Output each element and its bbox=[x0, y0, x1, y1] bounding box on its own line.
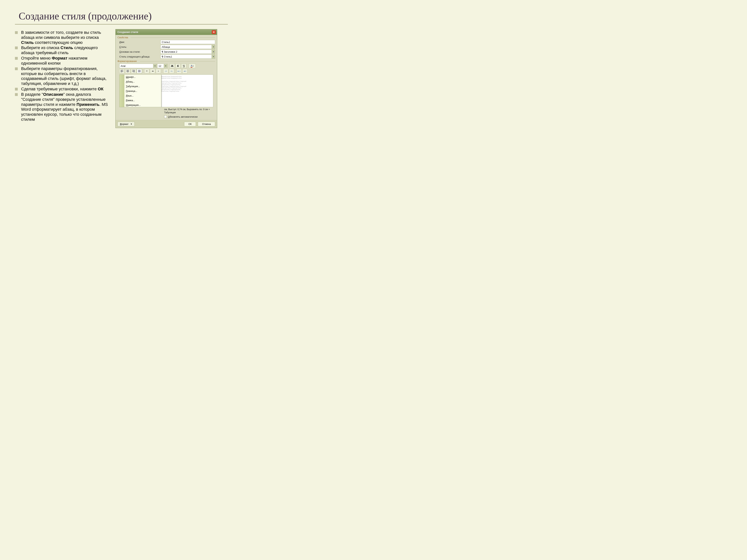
space-after-icon: ≡↕ bbox=[171, 70, 173, 72]
ok-button[interactable]: ОК bbox=[184, 122, 196, 126]
align-right-button[interactable] bbox=[131, 69, 136, 73]
label-name: Имя: bbox=[119, 41, 160, 44]
linespace-2-icon: ≡ bbox=[158, 70, 159, 73]
bullet-list: В зависимости от того, создаете вы стиль… bbox=[15, 30, 112, 122]
combo-size[interactable]: 12 ▾ bbox=[157, 64, 167, 68]
align-justify-icon bbox=[138, 70, 140, 72]
chevron-down-icon: ▾ bbox=[212, 50, 215, 54]
indent-decrease-button[interactable]: ⇤≡ bbox=[177, 69, 182, 73]
value-next: ¶Стиль1 bbox=[162, 55, 172, 58]
indent-increase-icon: ⇥≡ bbox=[183, 70, 186, 73]
font-name: Arial bbox=[121, 64, 126, 68]
format-toolbar-2: = ━ ≡ ↕≡ ≡↕ ⇤≡ ⇥≡ bbox=[119, 69, 215, 73]
label-next: Стиль следующего абзаца: bbox=[119, 55, 160, 58]
format-context-menu: Шрифт... Абзац... Табуляция... Граница..… bbox=[119, 75, 161, 107]
bullet-marker bbox=[15, 31, 18, 34]
slide-title: Создание стиля (продолжение) bbox=[19, 10, 228, 22]
linespace-1-button[interactable]: = bbox=[144, 69, 149, 73]
menu-item-paragraph[interactable]: Абзац... bbox=[120, 79, 161, 84]
bullet-item: Выберите параметры форматирования, котор… bbox=[15, 66, 112, 86]
menu-item-numbering[interactable]: Нумерация... bbox=[120, 103, 161, 107]
indent-decrease-icon: ⇤≡ bbox=[178, 70, 180, 73]
value-style: Абзаца bbox=[162, 46, 170, 48]
checkbox-auto-update[interactable] bbox=[164, 115, 167, 118]
row-style: Стиль: Абзаца ▾ bbox=[119, 45, 215, 49]
bullet-item: В зависимости от того, создаете вы стиль… bbox=[15, 30, 112, 45]
group-label-properties: Свойства bbox=[118, 36, 215, 39]
align-center-button[interactable] bbox=[125, 69, 130, 73]
group-formatting: Форматирование Arial ▾ 12 ▾ Ж К Ч bbox=[118, 60, 215, 118]
space-before-button[interactable]: ↕≡ bbox=[163, 69, 169, 73]
font-color-icon: А bbox=[191, 64, 192, 68]
bullet-item: Откройте меню Формат нажатием одноименно… bbox=[15, 56, 112, 66]
close-button[interactable]: ✕ bbox=[212, 30, 216, 34]
dialog-button-bar: Формат ▼ ОК Отмена bbox=[115, 120, 217, 128]
chevron-down-icon: ▾ bbox=[193, 65, 194, 67]
cancel-button[interactable]: Отмена bbox=[198, 122, 215, 126]
bullet-marker bbox=[15, 88, 18, 90]
close-icon: ✕ bbox=[213, 31, 215, 34]
content-row: В зависимости от того, создаете вы стиль… bbox=[15, 29, 228, 128]
value-based: ¶Заголовок 2 bbox=[162, 50, 177, 53]
input-name[interactable]: Стиль1 bbox=[160, 40, 215, 44]
row-next-style: Стиль следующего абзаца: ¶Стиль1 ▾ bbox=[119, 54, 215, 59]
row-name: Имя: Стиль1 bbox=[119, 40, 215, 44]
menu-item-border[interactable]: Граница... bbox=[120, 89, 161, 93]
bullet-marker bbox=[15, 57, 18, 60]
bullet-text: Сделав требуемые установки, нажмите ОК bbox=[21, 87, 103, 92]
menu-item-frame[interactable]: Рамка... bbox=[120, 98, 161, 103]
bullet-text: В зависимости от того, создаете вы стиль… bbox=[21, 30, 112, 45]
align-right-icon bbox=[132, 70, 135, 72]
linespace-15-icon: ━ bbox=[152, 70, 153, 73]
label-based: Основан на стиле: bbox=[119, 50, 160, 53]
menu-item-font[interactable]: Шрифт... bbox=[120, 75, 161, 79]
bullet-marker bbox=[15, 47, 18, 49]
font-size: 12 bbox=[158, 64, 161, 68]
auto-update-row[interactable]: Обновлять автоматически bbox=[164, 115, 213, 118]
align-left-icon bbox=[121, 70, 123, 72]
style-description: см, Выступ: 0,74 см, Выровнять по: 0 см … bbox=[164, 108, 213, 114]
bullet-item: В разделе "Описание" окна диалога "Созда… bbox=[15, 92, 112, 122]
linespace-2-button[interactable]: ≡ bbox=[156, 69, 161, 73]
combo-next-style[interactable]: ¶Стиль1 ▾ bbox=[160, 54, 215, 59]
bullet-marker bbox=[15, 68, 18, 70]
chevron-down-icon: ▾ bbox=[212, 45, 215, 49]
row-based-on: Основан на стиле: ¶Заголовок 2 ▾ bbox=[119, 50, 215, 54]
menu-item-tabs[interactable]: Табуляция... bbox=[120, 84, 161, 89]
bullet-item: Выберите из списка Стиль следующего абза… bbox=[15, 45, 112, 55]
chevron-down-icon: ▾ bbox=[212, 55, 215, 58]
linespace-15-button[interactable]: ━ bbox=[150, 69, 155, 73]
preview-ghost-text: абзац Предыдущий абзац Предыдущий абзац … bbox=[156, 76, 212, 92]
combo-font[interactable]: Arial ▾ bbox=[119, 64, 157, 68]
title-rule bbox=[15, 24, 228, 24]
bullet-text: Выберите параметры форматирования, котор… bbox=[21, 66, 112, 86]
bullet-marker bbox=[15, 93, 18, 96]
italic-button[interactable]: К bbox=[175, 64, 181, 68]
create-style-dialog: Создание стиля ✕ Свойства Имя: Стиль1 Ст… bbox=[115, 29, 217, 128]
bullet-column: В зависимости от того, создаете вы стиль… bbox=[15, 29, 112, 128]
chevron-down-icon: ▾ bbox=[153, 64, 156, 68]
dialog-title: Создание стиля bbox=[118, 31, 138, 34]
bold-button[interactable]: Ж bbox=[170, 64, 175, 68]
bullet-item: Сделав требуемые установки, нажмите ОК bbox=[15, 87, 112, 92]
align-justify-button[interactable] bbox=[137, 69, 142, 73]
font-color-button[interactable]: А ▾ bbox=[189, 64, 196, 68]
combo-based-on[interactable]: ¶Заголовок 2 ▾ bbox=[160, 50, 215, 54]
format-button[interactable]: Формат ▼ bbox=[118, 122, 135, 126]
indent-increase-button[interactable]: ⇥≡ bbox=[182, 69, 187, 73]
group-label-formatting: Форматирование bbox=[118, 60, 215, 62]
slide: Создание стиля (продолжение) В зависимос… bbox=[0, 0, 239, 179]
chevron-down-icon: ▾ bbox=[164, 64, 167, 68]
align-center-icon bbox=[126, 70, 129, 72]
combo-style[interactable]: Абзаца ▾ bbox=[160, 45, 215, 49]
bullet-text: Выберите из списка Стиль следующего абза… bbox=[21, 45, 112, 55]
bullet-text: Откройте меню Формат нажатием одноименно… bbox=[21, 56, 112, 66]
bullet-text: В разделе "Описание" окна диалога "Созда… bbox=[21, 92, 112, 122]
align-left-button[interactable] bbox=[119, 69, 125, 73]
underline-button[interactable]: Ч bbox=[181, 64, 186, 68]
space-after-button[interactable]: ≡↕ bbox=[169, 69, 174, 73]
menu-item-language[interactable]: Язык... bbox=[120, 93, 161, 98]
space-before-icon: ↕≡ bbox=[165, 70, 167, 72]
linespace-1-icon: = bbox=[146, 70, 148, 73]
format-toolbar-1: Arial ▾ 12 ▾ Ж К Ч А ▾ bbox=[119, 64, 215, 68]
